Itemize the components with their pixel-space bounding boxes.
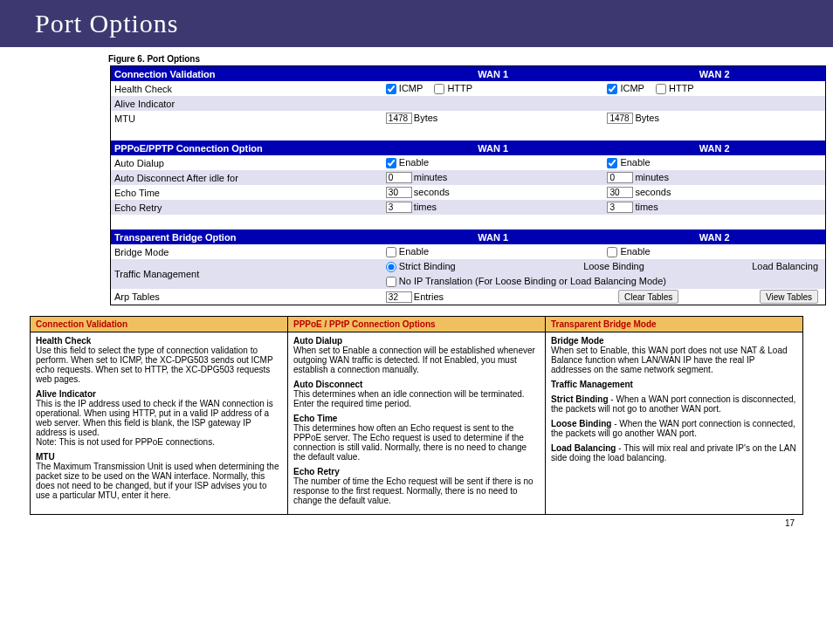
label: Alive Indicator xyxy=(111,96,382,111)
mtu-input-wan1[interactable] xyxy=(386,113,412,124)
auto-disconnect-input-wan2[interactable] xyxy=(607,172,633,183)
desc-col1: Health CheckUse this field to select the… xyxy=(31,332,288,515)
label: Echo Time xyxy=(111,185,382,200)
section-title: Transparent Bridge Option xyxy=(111,230,382,244)
wan2-label: WAN 2 xyxy=(603,140,825,155)
page-title: Port Options xyxy=(0,0,833,47)
health-check-http-wan1[interactable]: HTTP xyxy=(434,83,472,93)
figure-caption: Figure 6. Port Options xyxy=(108,54,803,64)
label: Auto Dialup xyxy=(111,155,382,170)
clear-tables-button[interactable]: Clear Tables xyxy=(618,290,678,304)
auto-dialup-enable-wan1[interactable]: Enable xyxy=(386,157,429,168)
label: MTU xyxy=(111,111,382,126)
wan1-label: WAN 1 xyxy=(382,66,604,81)
unit: times xyxy=(635,202,657,212)
unit: minutes xyxy=(414,172,448,182)
unit: seconds xyxy=(635,187,671,197)
row-arp-tables: Arp Tables Entries Clear Tables View Tab… xyxy=(111,289,825,305)
auto-dialup-enable-wan2[interactable]: Enable xyxy=(607,157,650,168)
unit: minutes xyxy=(635,172,669,182)
desc-head-bridge: Transparent Bridge Mode xyxy=(546,317,803,332)
row-echo-time: Echo Time seconds seconds xyxy=(111,185,825,200)
label: Echo Retry xyxy=(111,200,382,215)
desc-col2: Auto DialupWhen set to Enable a connecti… xyxy=(288,332,546,515)
wan2-label: WAN 2 xyxy=(603,66,825,81)
row-health-check: Health Check ICMP HTTP ICMP HTTP xyxy=(111,81,825,96)
section-title: Connection Validation xyxy=(111,66,382,81)
unit: seconds xyxy=(414,187,450,197)
arp-entries-input[interactable] xyxy=(386,291,412,303)
health-check-icmp-wan2[interactable]: ICMP xyxy=(607,83,644,93)
page-number: 17 xyxy=(30,518,803,528)
label: Auto Disconnect After idle for xyxy=(111,170,382,185)
view-tables-button[interactable]: View Tables xyxy=(760,290,818,304)
row-bridge-mode: Bridge Mode Enable Enable xyxy=(111,244,825,259)
label: Bridge Mode xyxy=(111,244,382,259)
row-mtu: MTU Bytes Bytes xyxy=(111,111,825,126)
no-ip-translation-checkbox[interactable]: No IP Translation (For Loose Binding or … xyxy=(386,276,666,286)
section-connection-validation-header: Connection Validation WAN 1 WAN 2 xyxy=(111,66,825,81)
bridge-enable-wan1[interactable]: Enable xyxy=(386,246,429,257)
desc-col3: Bridge ModeWhen set to Enable, this WAN … xyxy=(546,332,803,515)
mtu-input-wan2[interactable] xyxy=(607,113,633,124)
wan1-label: WAN 1 xyxy=(382,230,604,244)
wan1-label: WAN 1 xyxy=(382,140,604,155)
row-traffic-mgmt-radios: Traffic Management Strict Binding Loose … xyxy=(111,259,825,274)
echo-time-input-wan2[interactable] xyxy=(607,187,633,198)
label: Arp Tables xyxy=(111,289,382,305)
traffic-loose-radio[interactable]: Loose Binding xyxy=(570,261,644,271)
row-auto-disconnect: Auto Disconnect After idle for minutes m… xyxy=(111,170,825,185)
traffic-balance-radio[interactable]: Load Balancing xyxy=(739,261,818,271)
row-alive-indicator: Alive Indicator xyxy=(111,96,825,111)
section-pppoe-header: PPPoE/PPTP Connection Option WAN 1 WAN 2 xyxy=(111,140,825,155)
echo-retry-input-wan1[interactable] xyxy=(386,202,412,213)
unit: times xyxy=(414,202,437,212)
health-check-icmp-wan1[interactable]: ICMP xyxy=(386,83,423,93)
config-panel: Connection Validation WAN 1 WAN 2 Health… xyxy=(110,65,826,305)
unit: Entries xyxy=(414,291,444,302)
wan2-label: WAN 2 xyxy=(603,230,825,244)
page-content: Figure 6. Port Options Connection Valida… xyxy=(0,47,833,528)
traffic-strict-radio[interactable]: Strict Binding xyxy=(386,261,456,271)
desc-head-pppoe: PPPoE / PPtP Connection Options xyxy=(288,317,546,332)
row-echo-retry: Echo Retry times times xyxy=(111,200,825,215)
health-check-http-wan2[interactable]: HTTP xyxy=(656,83,694,93)
label: Health Check xyxy=(111,81,382,96)
row-auto-dialup: Auto Dialup Enable Enable xyxy=(111,155,825,170)
mtu-unit: Bytes xyxy=(414,113,438,123)
label: Traffic Management xyxy=(111,259,382,289)
section-bridge-header: Transparent Bridge Option WAN 1 WAN 2 xyxy=(111,230,825,244)
mtu-unit: Bytes xyxy=(635,113,659,123)
bridge-enable-wan2[interactable]: Enable xyxy=(607,246,650,257)
section-title: PPPoE/PPTP Connection Option xyxy=(111,140,382,155)
auto-disconnect-input-wan1[interactable] xyxy=(386,172,412,183)
description-table: Connection Validation PPPoE / PPtP Conne… xyxy=(30,316,803,515)
echo-time-input-wan1[interactable] xyxy=(386,187,412,198)
desc-head-connection-validation: Connection Validation xyxy=(31,317,288,332)
echo-retry-input-wan2[interactable] xyxy=(607,202,633,213)
